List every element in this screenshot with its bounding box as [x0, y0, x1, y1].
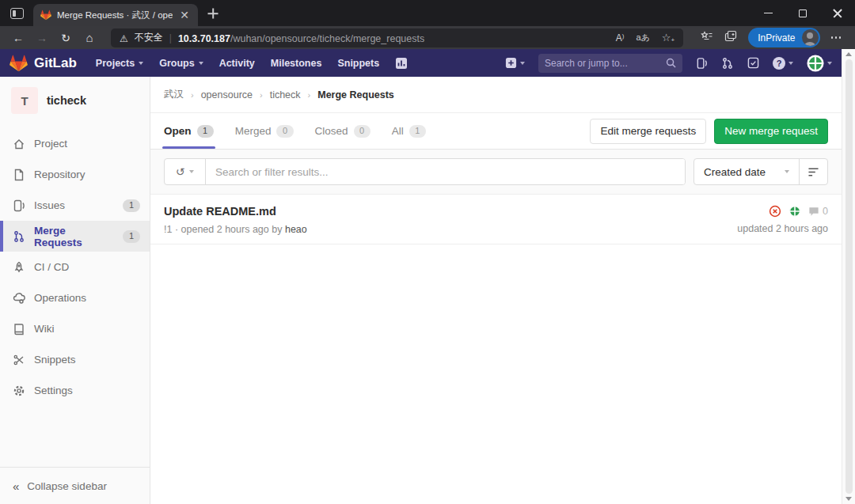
project-context[interactable]: T ticheck — [0, 77, 150, 123]
help-menu[interactable]: ? — [773, 57, 793, 70]
global-search-input[interactable] — [545, 58, 666, 69]
pipeline-failed-icon[interactable] — [769, 205, 781, 218]
chevron-down-icon — [785, 170, 789, 173]
breadcrumb-subgroup[interactable]: opensource — [201, 89, 253, 100]
sidebar-item-issues[interactable]: Issues 1 — [0, 190, 150, 221]
gitlab-navbar-right: ? — [505, 54, 832, 73]
file-icon — [13, 169, 25, 181]
mr-comments[interactable]: 0 — [808, 206, 828, 217]
collapse-sidebar-button[interactable]: « Collapse sidebar — [0, 467, 150, 504]
scroll-down-icon[interactable] — [846, 497, 852, 501]
todos-icon[interactable] — [747, 57, 759, 69]
warning-icon — [120, 31, 128, 45]
comment-icon — [808, 207, 819, 217]
nav-projects[interactable]: Projects — [96, 58, 143, 69]
browser-titlebar: Merge Requests · 武汉 / opensou ✕ — [0, 0, 855, 26]
filter-search[interactable] — [164, 158, 686, 185]
merge-requests-shortcut-icon[interactable] — [721, 57, 734, 70]
merge-request-row[interactable]: Update README.md !1 · opened 2 hours ago… — [150, 195, 842, 244]
new-merge-request-button[interactable]: New merge request — [714, 119, 828, 144]
read-aloud-icon[interactable] — [616, 32, 625, 44]
sidebar-item-operations[interactable]: Operations — [0, 282, 150, 313]
sidebar-nav: Project Repository Issues 1 — [0, 128, 150, 406]
mr-updated: updated 2 hours ago — [737, 223, 828, 234]
operations-icon — [13, 292, 25, 305]
brand-name[interactable]: GitLab — [34, 55, 77, 71]
comment-count: 0 — [823, 206, 828, 217]
sidebar-item-merge-requests[interactable]: Merge Requests 1 — [0, 221, 150, 252]
breadcrumb-project[interactable]: ticheck — [270, 89, 301, 100]
back-button[interactable] — [6, 32, 30, 44]
tab-close-icon[interactable]: ✕ — [178, 9, 191, 21]
sidebar-item-project[interactable]: Project — [0, 128, 150, 159]
edit-merge-requests-button[interactable]: Edit merge requests — [590, 119, 706, 144]
maximize-button[interactable] — [785, 0, 820, 26]
nav-milestones[interactable]: Milestones — [271, 58, 322, 69]
global-search[interactable] — [538, 54, 682, 73]
close-icon — [833, 9, 842, 18]
forward-button[interactable] — [30, 32, 54, 44]
favorites-icon[interactable] — [701, 31, 713, 45]
issues-icon — [13, 199, 25, 212]
gitlab-favicon-icon — [40, 9, 51, 21]
new-menu-button[interactable] — [505, 57, 525, 69]
breadcrumb-current: Merge Requests — [317, 89, 394, 100]
mr-count-badge: 1 — [123, 230, 140, 243]
mr-ref: !1 — [164, 224, 172, 235]
sidebar-item-cicd[interactable]: CI / CD — [0, 252, 150, 282]
breadcrumb-group[interactable]: 武汉 — [164, 88, 184, 101]
issues-shortcut-icon[interactable] — [696, 57, 708, 70]
minimize-icon — [764, 13, 773, 14]
assignee-avatar[interactable] — [788, 205, 801, 218]
history-icon — [176, 165, 185, 179]
browser-window: Merge Requests · 武汉 / opensou ✕ 不安全 | 10… — [0, 0, 855, 504]
nav-snippets[interactable]: Snippets — [337, 58, 379, 69]
new-tab-button[interactable] — [203, 3, 223, 24]
scroll-up-icon[interactable] — [846, 52, 852, 56]
user-avatar — [807, 55, 824, 72]
address-bar[interactable]: 不安全 | 10.3.70.187/wuhan/opensource/tiche… — [111, 28, 683, 47]
recent-searches-button[interactable] — [165, 159, 206, 184]
minimize-button[interactable] — [750, 0, 785, 26]
nav-groups[interactable]: Groups — [159, 58, 203, 69]
sidebar-item-repository[interactable]: Repository — [0, 159, 150, 190]
tab-closed[interactable]: Closed 0 — [315, 113, 370, 149]
mr-author-link[interactable]: heao — [285, 224, 307, 235]
url-text: 10.3.70.187/wuhan/opensource/ticheck/mer… — [178, 31, 424, 45]
chart-icon[interactable] — [395, 57, 408, 70]
nav-activity[interactable]: Activity — [219, 58, 255, 69]
security-label[interactable]: 不安全 — [135, 31, 163, 44]
browser-profile-avatar[interactable] — [802, 29, 819, 46]
browser-menu-icon[interactable] — [831, 36, 842, 39]
translate-icon[interactable] — [636, 32, 649, 44]
sidebar-item-wiki[interactable]: Wiki — [0, 313, 150, 344]
mr-title-link[interactable]: Update README.md — [164, 205, 737, 218]
gitlab-logo[interactable]: GitLab — [10, 55, 77, 72]
add-favorite-icon[interactable] — [662, 32, 674, 44]
sort-direction-button[interactable] — [799, 159, 827, 184]
chevron-down-icon — [199, 62, 203, 65]
browser-tab[interactable]: Merge Requests · 武汉 / opensou ✕ — [33, 4, 198, 26]
collections-icon[interactable] — [724, 30, 737, 45]
inprivate-badge[interactable]: InPrivate — [748, 28, 819, 47]
mr-state-tabs: Open 1 Merged 0 Closed 0 — [150, 113, 842, 150]
page-scrollbar[interactable] — [842, 49, 855, 504]
home-button[interactable] — [78, 31, 101, 44]
filter-search-input[interactable] — [206, 159, 685, 184]
inprivate-label: InPrivate — [758, 32, 795, 44]
close-button[interactable] — [820, 0, 855, 26]
tab-layout-icon[interactable] — [10, 8, 24, 19]
tanuki-icon — [10, 55, 28, 72]
tab-open[interactable]: Open 1 — [164, 113, 214, 149]
user-menu[interactable] — [807, 55, 832, 72]
breadcrumb-separator: › — [308, 90, 311, 100]
scrollbar-thumb[interactable] — [846, 59, 853, 494]
refresh-button[interactable] — [54, 32, 78, 44]
sidebar-item-settings[interactable]: Settings — [0, 375, 150, 406]
gitlab-nav-links: Projects Groups Activity Milestones Snip… — [96, 57, 408, 70]
sidebar-item-snippets[interactable]: Snippets — [0, 344, 150, 375]
content-area: 武汉 › opensource › ticheck › Merge Reques… — [150, 77, 842, 504]
tab-merged[interactable]: Merged 0 — [235, 113, 294, 149]
sort-by-dropdown[interactable]: Created date — [694, 159, 799, 184]
tab-all[interactable]: All 1 — [392, 113, 426, 149]
